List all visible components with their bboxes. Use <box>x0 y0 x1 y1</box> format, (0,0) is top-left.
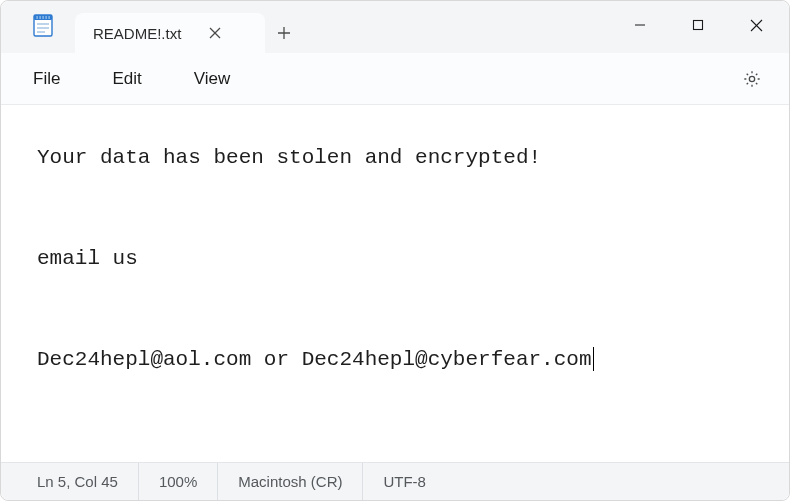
svg-rect-5 <box>46 16 47 19</box>
text-caret <box>593 347 594 371</box>
tab-title: README!.txt <box>93 25 181 42</box>
svg-rect-3 <box>40 16 41 19</box>
menubar: File Edit View <box>1 53 789 105</box>
settings-button[interactable] <box>733 60 771 98</box>
svg-rect-15 <box>694 21 703 30</box>
close-icon <box>750 19 763 32</box>
document-line: Dec24hepl@aol.com or Dec24hepl@cyberfear… <box>37 348 592 371</box>
maximize-button[interactable] <box>669 1 727 49</box>
titlebar: README!.txt <box>1 1 789 53</box>
tab-readme[interactable]: README!.txt <box>75 13 265 53</box>
menu-file[interactable]: File <box>23 63 88 95</box>
svg-point-18 <box>749 76 754 81</box>
gear-icon <box>742 69 762 89</box>
status-line-ending[interactable]: Macintosh (CR) <box>218 463 363 500</box>
editor-area[interactable]: Your data has been stolen and encrypted!… <box>1 105 789 462</box>
menu-view[interactable]: View <box>184 63 259 95</box>
svg-rect-6 <box>49 16 50 19</box>
close-icon <box>209 27 221 39</box>
new-tab-button[interactable] <box>265 13 303 53</box>
svg-rect-2 <box>37 16 38 19</box>
status-zoom[interactable]: 100% <box>139 463 218 500</box>
status-encoding[interactable]: UTF-8 <box>363 463 446 500</box>
plus-icon <box>277 26 291 40</box>
status-position[interactable]: Ln 5, Col 45 <box>1 463 139 500</box>
minimize-icon <box>634 19 646 31</box>
close-tab-button[interactable] <box>201 19 229 47</box>
document-line: email us <box>37 247 138 270</box>
statusbar: Ln 5, Col 45 100% Macintosh (CR) UTF-8 <box>1 462 789 500</box>
menu-edit[interactable]: Edit <box>102 63 169 95</box>
close-window-button[interactable] <box>727 1 785 49</box>
notepad-icon <box>29 11 57 39</box>
window-controls <box>611 1 785 49</box>
minimize-button[interactable] <box>611 1 669 49</box>
maximize-icon <box>692 19 704 31</box>
svg-rect-4 <box>43 16 44 19</box>
document-line: Your data has been stolen and encrypted! <box>37 146 541 169</box>
